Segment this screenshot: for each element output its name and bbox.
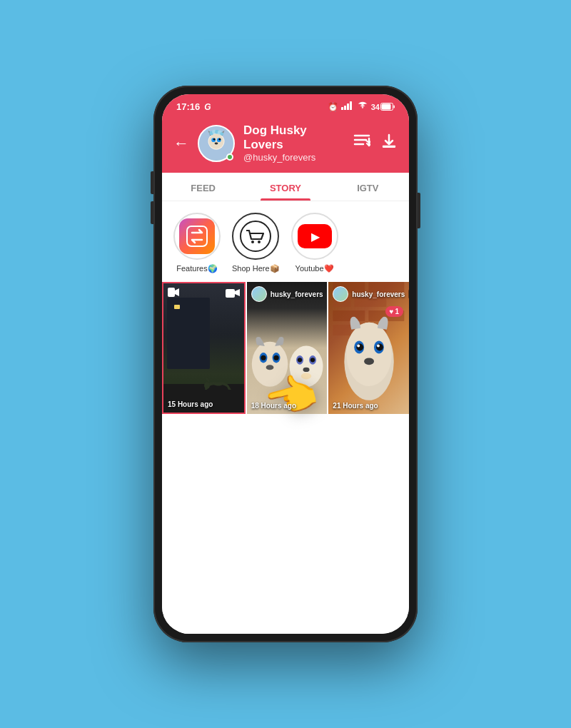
svg-point-29 [258,241,261,243]
story3-username: husky_forevers [352,290,405,298]
highlight-features[interactable]: Features🌍 [173,213,221,273]
svg-rect-33 [226,289,235,298]
highlight-youtube-label: Youtube❤️ [295,264,334,273]
story3-timestamp: 21 Hours ago [333,402,378,410]
header-actions [353,133,398,153]
highlight-circle-youtube [291,213,338,260]
svg-point-27 [241,221,271,251]
highlight-features-label: Features🌍 [176,264,217,273]
highlights-row: Features🌍 Shop Here📦 [162,201,409,282]
highlight-circle-shop [232,213,279,260]
svg-rect-26 [187,226,207,246]
svg-point-57 [346,323,391,386]
tab-feed[interactable]: FEED [162,173,244,201]
svg-point-62 [357,345,360,348]
profile-info: Dog Husky Lovers @husky_forevers [243,123,345,163]
phone-screen: 17:16 G ⏰ [162,94,409,634]
svg-point-60 [356,344,363,351]
avatar-container [198,125,235,162]
svg-rect-25 [383,146,395,148]
svg-point-28 [251,241,254,243]
svg-rect-5 [382,104,391,110]
svg-point-44 [310,358,315,362]
svg-rect-32 [168,288,175,297]
sort-filter-icon[interactable] [353,133,370,153]
status-bar: 17:16 G ⏰ [162,94,409,116]
svg-rect-3 [350,101,352,110]
story1-timestamp: 15 Hours ago [168,400,213,408]
highlight-youtube[interactable]: Youtube❤️ [291,213,338,273]
white-area: 👈 [162,414,409,634]
tab-igtv[interactable]: IGTV [327,173,409,201]
svg-point-12 [218,138,221,140]
svg-point-8 [208,133,223,148]
video-story-icon [168,288,179,299]
story-item-3[interactable]: husky_forevers ♥ 1 21 Hours ago [328,282,409,414]
profile-username: @husky_forevers [243,152,345,163]
signal-icon [341,101,354,112]
highlight-shop-label: Shop Here📦 [232,264,280,273]
svg-point-37 [261,355,266,360]
svg-point-43 [298,358,302,362]
wifi-icon [357,101,368,112]
svg-point-31 [204,382,210,389]
battery-icon: 34 [371,103,395,111]
story2-timestamp: 18 Hours ago [251,402,296,410]
svg-point-39 [266,365,274,370]
highlight-circle-features [173,213,221,260]
story2-username: husky_forevers [271,290,323,298]
carrier-icon: G [204,102,211,112]
svg-point-13 [215,142,218,144]
svg-point-38 [274,355,279,360]
phone-frame: 17:16 G ⏰ [153,86,418,642]
app-header: ← [162,116,409,173]
camera-icon [226,288,240,299]
svg-point-64 [364,358,374,365]
story2-header: husky_forevers [251,286,323,302]
profile-name: Dog Husky Lovers [243,123,345,152]
story3-header: husky_forevers [333,286,405,302]
svg-rect-1 [344,106,346,110]
volume-up-button [151,171,153,194]
svg-rect-2 [347,103,349,110]
tab-bar: FEED STORY IGTV [162,173,409,201]
svg-rect-0 [341,107,343,110]
download-icon[interactable] [380,133,398,153]
svg-point-20 [220,132,223,136]
highlight-shop[interactable]: Shop Here📦 [232,213,280,273]
power-button [418,193,420,228]
svg-point-63 [377,345,380,348]
svg-point-11 [213,138,216,140]
story-item-1[interactable]: 15 Hours ago [162,282,246,414]
like-badge: ♥ 1 [385,306,404,317]
svg-point-61 [376,344,383,351]
tab-story[interactable]: STORY [244,173,326,201]
online-indicator [226,153,233,161]
volume-down-button [151,201,153,224]
alarm-icon: ⏰ [328,102,338,112]
status-time: 17:16 [176,101,200,112]
back-button[interactable]: ← [173,134,189,153]
